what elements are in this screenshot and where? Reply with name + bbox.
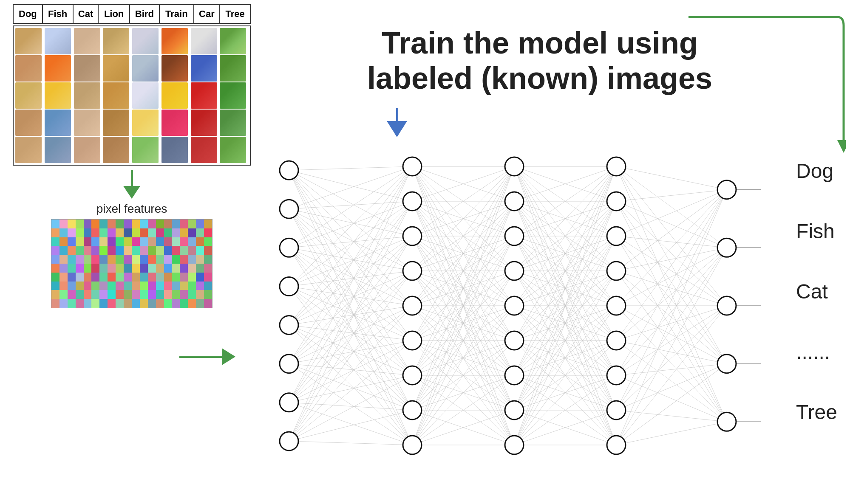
pixel-cell: [60, 228, 68, 237]
pixel-cell: [204, 264, 212, 273]
svg-line-55: [289, 166, 412, 403]
grid-cell: [162, 137, 188, 163]
pixel-cell: [196, 290, 204, 299]
pixel-cell: [99, 228, 108, 237]
title-line1: Train the model using: [382, 26, 698, 60]
pixel-cell: [91, 264, 99, 273]
grid-cell: [74, 28, 100, 54]
svg-line-26: [289, 248, 412, 410]
svg-line-42: [289, 325, 412, 341]
pixel-cell: [132, 282, 140, 290]
svg-line-276: [616, 248, 727, 445]
pixel-cell: [204, 255, 212, 264]
pixel-cell: [68, 237, 76, 246]
grid-cell: [162, 110, 188, 136]
image-grid: [13, 25, 251, 166]
pixel-cell: [156, 220, 164, 228]
nn-node: [505, 227, 524, 245]
pixel-cell: [140, 290, 148, 299]
pixel-cell: [60, 282, 68, 290]
pixel-cell: [180, 273, 188, 282]
pixel-cell: [196, 228, 204, 237]
pixel-cell: [188, 237, 196, 246]
pixel-cell: [91, 282, 99, 290]
pixel-cell: [156, 237, 164, 246]
svg-line-9: [289, 170, 412, 445]
pixel-cell: [140, 255, 148, 264]
svg-line-16: [289, 209, 412, 375]
pixel-cell: [172, 299, 180, 308]
grid-cell: [103, 55, 129, 82]
pixel-cell: [204, 228, 212, 237]
nn-node: [403, 331, 422, 350]
pixel-cell: [132, 290, 140, 299]
svg-line-28: [289, 166, 412, 286]
pixel-cell: [84, 282, 92, 290]
svg-line-251: [616, 248, 727, 271]
pixel-cell: [188, 290, 196, 299]
pixel-cell: [132, 220, 140, 228]
pixel-cell: [148, 282, 156, 290]
nn-node: [280, 432, 298, 451]
pixel-cell: [156, 246, 164, 255]
pixel-cell: [68, 246, 76, 255]
grid-cell: [15, 110, 42, 136]
svg-line-260: [616, 190, 727, 341]
pixel-cell: [172, 246, 180, 255]
category-header-cat: Cat: [73, 5, 99, 23]
pixel-cell: [140, 299, 148, 308]
category-header-fish: Fish: [42, 5, 73, 23]
pixel-cell: [99, 255, 108, 264]
pixel-cell: [204, 299, 212, 308]
category-table: DogFishCatLionBirdTrainCarTree: [13, 4, 251, 24]
pixel-cell: [99, 246, 108, 255]
nn-node: [607, 401, 626, 420]
grid-cell: [191, 137, 217, 163]
grid-cell: [103, 137, 129, 163]
pixel-cell: [108, 299, 116, 308]
svg-line-51: [289, 341, 412, 364]
nn-node: [280, 277, 298, 296]
svg-line-50: [289, 306, 412, 364]
nn-node: [403, 296, 422, 315]
svg-line-32: [289, 286, 412, 306]
pixel-cell: [172, 282, 180, 290]
nn-node: [403, 262, 422, 280]
svg-line-19: [289, 166, 412, 248]
grid-cell: [103, 28, 129, 54]
pixel-cell: [172, 220, 180, 228]
grid-cell: [132, 55, 159, 82]
nn-node: [717, 296, 736, 315]
nn-node: [403, 436, 422, 454]
grid-cell: [15, 55, 42, 82]
svg-line-275: [616, 190, 727, 445]
pixel-cell: [180, 282, 188, 290]
pixel-cell: [180, 264, 188, 273]
grid-cell: [132, 137, 159, 163]
neural-network-diagram: [221, 115, 833, 497]
svg-line-18: [289, 209, 412, 445]
svg-line-5: [289, 170, 412, 306]
svg-line-263: [616, 341, 727, 364]
pixel-cell: [76, 290, 84, 299]
pixel-cell: [108, 264, 116, 273]
svg-line-53: [289, 364, 412, 410]
category-header-train: Train: [159, 5, 194, 23]
nn-node: [280, 355, 298, 373]
pixel-cell: [132, 228, 140, 237]
pixel-cell: [124, 237, 132, 246]
pixel-cell: [108, 228, 116, 237]
pixel-cell: [180, 255, 188, 264]
title-line2: labeled (known) images: [367, 61, 712, 95]
svg-line-65: [289, 201, 412, 441]
pixel-cell: [91, 273, 99, 282]
svg-line-270: [616, 190, 727, 410]
category-header-car: Car: [194, 5, 220, 23]
pixel-cell: [91, 255, 99, 264]
svg-line-56: [289, 201, 412, 403]
nn-node: [280, 393, 298, 412]
output-label-dog: Dog: [796, 159, 837, 183]
grid-cell: [15, 28, 42, 54]
grid-cell: [45, 55, 71, 82]
svg-line-10: [289, 166, 412, 209]
